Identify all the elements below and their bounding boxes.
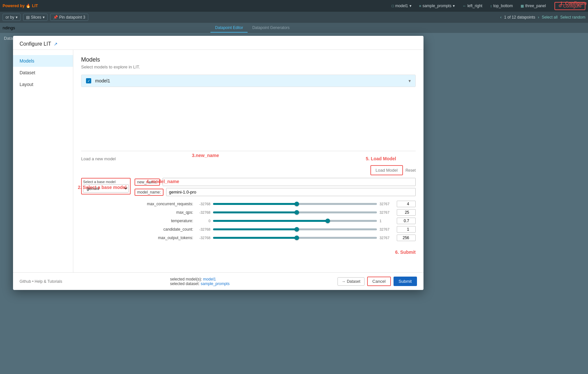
tab-sample-prompts[interactable]: ≡ sample_prompts ▾ [416, 2, 458, 9]
third-bar-title: ndings [3, 25, 15, 30]
slider-value-temperature[interactable] [397, 218, 416, 224]
slider-track-max-qps[interactable] [213, 211, 377, 213]
selected-dataset-label: selected dataset: [170, 281, 200, 286]
tab-left-right[interactable]: ↔ left_right [459, 2, 486, 9]
load-model-button[interactable]: Load Model [370, 165, 403, 175]
slider-thumb[interactable] [325, 219, 330, 223]
load-new-controls: 2. Select a base model 5. Load Model Loa… [81, 165, 416, 243]
pin-label: Pin datapoint 3 [59, 15, 85, 20]
slider-label-temperature: temperature: [135, 219, 193, 223]
footer-selection-info: selected model(s): model1 selected datas… [170, 277, 230, 286]
modal-title: Configure LIT [20, 41, 51, 47]
pin-icon: 📌 [53, 15, 58, 20]
slider-row-max-concurrent: max_concurrent_requests: -32768 32767 [135, 201, 416, 207]
model-checkbox-model1[interactable]: ✓ [86, 78, 91, 83]
model-item-model1: ✓ model1 ▾ [81, 75, 416, 87]
model-expand-icon[interactable]: ▾ [409, 78, 411, 83]
third-bar: ndings Datapoint Editor Datapoint Genera… [0, 23, 588, 33]
sidebar-item-layout[interactable]: Layout [13, 79, 73, 90]
slider-track-max-output-tokens[interactable] [213, 237, 377, 239]
annotation-new-name: 3.new_name [192, 153, 219, 158]
reset-button[interactable]: Reset [406, 165, 416, 175]
model-name-label: model1 [95, 78, 409, 83]
tab-datapoint-editor[interactable]: Datapoint Editor [210, 23, 248, 33]
slider-max-temperature: 1 [380, 219, 394, 223]
tab-sample-prompts-chevron: ▾ [453, 4, 455, 8]
nav-prev-arrow[interactable]: ‹ [500, 15, 502, 20]
select-all-button[interactable]: Select all [542, 15, 558, 20]
modal-sidebar: Models Dataset Layout [13, 50, 73, 272]
slider-thumb[interactable] [294, 236, 299, 240]
modal-footer: Github • Help & Tutorials selected model… [13, 272, 423, 290]
sidebar-item-dataset[interactable]: Dataset [13, 67, 73, 79]
sidebar-item-models[interactable]: Models [13, 55, 73, 67]
slider-max-max-output-tokens: 32767 [380, 236, 394, 240]
slider-value-candidate-count[interactable] [397, 226, 416, 233]
slider-row-temperature: temperature: 0 1 [135, 218, 416, 224]
slider-value-max-output-tokens[interactable] [397, 235, 416, 241]
selected-models-label: selected model(s): [170, 277, 202, 281]
param-row-model-name: model_name: [135, 188, 416, 196]
annotation-submit: 6. Submit [395, 250, 416, 255]
slider-value-max-qps[interactable] [397, 209, 416, 216]
slider-row-candidate-count: candidate_count: -32768 32767 [135, 226, 416, 233]
sort-label: or by [6, 15, 14, 20]
param-rows: 3.new_name new_name: 4. model_name [135, 178, 416, 243]
slices-chevron: ▾ [43, 15, 45, 20]
slider-value-max-concurrent[interactable] [397, 201, 416, 207]
annotation-select-base: 2. Select a base model [78, 185, 126, 190]
slider-row-max-output-tokens: max_output_tokens: -32768 32767 [135, 235, 416, 241]
tab-left-right-label: left_right [467, 4, 482, 8]
slider-thumb[interactable] [294, 210, 299, 215]
spacer [81, 90, 416, 148]
slider-thumb[interactable] [294, 202, 299, 206]
model-name-label: model_name: [135, 189, 164, 196]
models-section-subtitle: Select models to explore in LIT. [81, 65, 416, 69]
sort-button[interactable]: or by ▾ [3, 14, 21, 21]
modal-main-content: Models Select models to explore in LIT. … [73, 50, 423, 272]
slider-fill [213, 203, 297, 205]
modal-header: Configure LIT ↗ [13, 36, 423, 50]
external-link-icon[interactable]: ↗ [54, 41, 58, 47]
slider-thumb[interactable] [294, 227, 299, 232]
tab-model1[interactable]: □ model1 ▾ [389, 2, 415, 9]
slices-button[interactable]: ▤ Slices ▾ [23, 14, 48, 21]
slider-fill [213, 228, 297, 230]
tab-datapoint-generators[interactable]: Datapoint Generators [248, 23, 294, 33]
model-name-input[interactable] [166, 188, 416, 196]
dataset-button[interactable]: → Dataset [337, 277, 365, 286]
tab-top-bottom[interactable]: ↕ top_bottom [487, 2, 516, 9]
brand-text: Powered by [3, 4, 24, 8]
models-section-title: Models [81, 56, 416, 63]
new-name-input[interactable] [163, 178, 416, 186]
submit-button[interactable]: Submit [394, 277, 417, 286]
tab-top-bottom-label: top_bottom [493, 4, 513, 8]
second-bar: or by ▾ ▤ Slices ▾ 📌 Pin datapoint 3 ‹ 1… [0, 12, 588, 23]
selected-model-link[interactable]: model1 [203, 277, 216, 281]
tab-model1-chevron: ▾ [409, 4, 411, 8]
tab-three-panel[interactable]: ▦ three_panel [517, 2, 549, 9]
selected-dataset-link[interactable]: sample_prompts [201, 281, 230, 286]
footer-actions: → Dataset Cancel Submit [337, 277, 417, 286]
slider-fill [213, 211, 297, 213]
github-link[interactable]: Github [20, 279, 31, 284]
modal-overlay: Configure LIT ↗ Models Dataset Layout Mo… [10, 33, 588, 374]
select-random-button[interactable]: Select random [560, 15, 585, 20]
pin-button[interactable]: 📌 Pin datapoint 3 [50, 14, 88, 21]
dataset-icon: ≡ [419, 4, 421, 8]
slider-track-temperature[interactable] [213, 220, 377, 222]
load-model-btn-wrapper: Load Model Reset [81, 165, 416, 175]
slider-row-max-qps: max_qps: -32768 32767 [135, 209, 416, 216]
slices-icon: ▤ [26, 15, 30, 20]
slider-label-candidate-count: candidate_count: [135, 227, 193, 232]
slider-track-max-concurrent[interactable] [213, 203, 377, 205]
cancel-button[interactable]: Cancel [367, 277, 391, 286]
nav-next-arrow[interactable]: › [538, 15, 539, 20]
slider-fill [213, 237, 297, 239]
base-model-label: Select a base model [83, 180, 129, 184]
brand: Powered by 🔥 LIT [3, 4, 38, 8]
slider-track-candidate-count[interactable] [213, 228, 377, 230]
help-link[interactable]: Help & Tutorials [35, 279, 62, 284]
brand-name: LIT [32, 4, 38, 8]
annotation-model-name: 4. model_name [146, 179, 179, 184]
